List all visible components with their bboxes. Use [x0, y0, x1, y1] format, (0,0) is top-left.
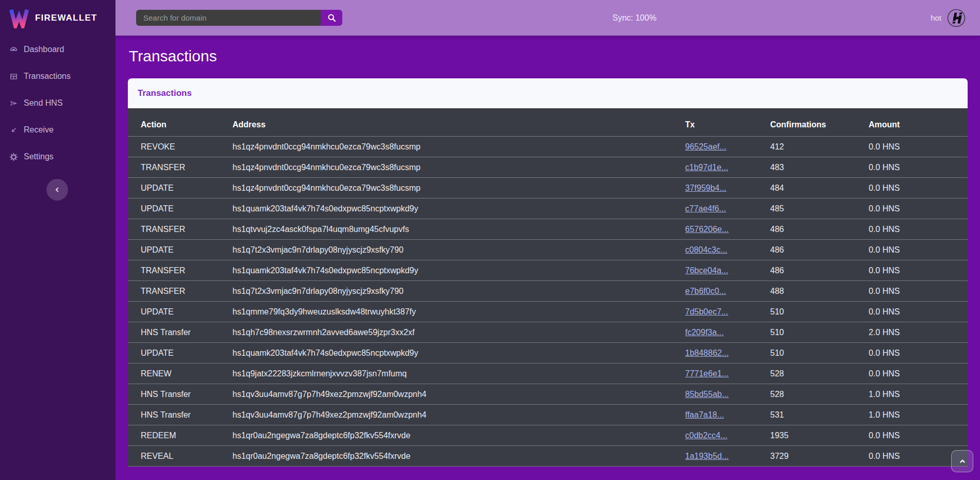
main-content: Transactions Transactions ActionAddressT… — [115, 36, 980, 467]
sidebar-item-transactions[interactable]: Transactions — [0, 63, 115, 90]
tx-address: hs1qr0au2ngegwa7za8gdeptc6fp32fkv554fxrv… — [232, 425, 685, 446]
card-header: Transactions — [128, 78, 968, 108]
tx-link[interactable]: 76bce04a... — [685, 266, 728, 275]
tx-amount: 0.0 HNS — [869, 281, 968, 302]
table-row: REVEAL hs1qr0au2ngegwa7za8gdeptc6fp32fkv… — [128, 446, 968, 467]
tx-link[interactable]: 37f959b4... — [685, 184, 726, 192]
transactions-card: Transactions ActionAddressTxConfirmation… — [128, 78, 968, 467]
tx-amount: 0.0 HNS — [869, 157, 968, 178]
sidebar-nav: Dashboard Transactions Send HNS Receive … — [0, 36, 115, 170]
tx-link[interactable]: 7d5b0ec7... — [685, 307, 728, 316]
tx-confirmations: 486 — [770, 219, 869, 240]
tx-action: TRANSFER — [128, 281, 232, 302]
tx-link[interactable]: fc209f3a... — [685, 328, 724, 337]
tx-link[interactable]: 85bd55ab... — [685, 390, 729, 399]
tx-confirmations: 510 — [770, 343, 869, 363]
dashboard-icon — [9, 45, 18, 54]
tx-amount: 0.0 HNS — [869, 260, 968, 281]
scroll-to-top-button[interactable] — [951, 450, 973, 472]
domain-search — [136, 10, 342, 26]
send-icon — [9, 99, 18, 108]
tx-confirmations: 486 — [770, 240, 869, 260]
tx-link[interactable]: 96525aef... — [685, 142, 726, 151]
tx-confirmations: 528 — [770, 363, 869, 384]
tx-confirmations: 486 — [770, 260, 869, 281]
search-button[interactable] — [321, 10, 342, 26]
tx-address: hs1qz4pnvdnt0ccg94nmkhcu0ezca79wc3s8fucs… — [232, 157, 685, 178]
tx-link[interactable]: e7b6f0c0... — [685, 287, 726, 295]
tx-link[interactable]: ffaa7a18... — [685, 410, 724, 419]
app-title: FIREWALLET — [35, 13, 97, 23]
table-row: HNS Transfer hs1qv3uu4amv87g7p7h49xez2pm… — [128, 384, 968, 405]
tx-amount: 0.0 HNS — [869, 198, 968, 219]
sidebar-item-dashboard[interactable]: Dashboard — [0, 36, 115, 63]
tx-address: hs1qtvvuj2zc4asck0fspa7l4uqm8umg45cfvupv… — [232, 219, 685, 240]
tx-link[interactable]: 7771e6e1... — [685, 369, 729, 378]
col-header-action: Action — [128, 108, 232, 137]
table-row: REVOKE hs1qz4pnvdnt0ccg94nmkhcu0ezca79wc… — [128, 137, 968, 157]
tx-action: UPDATE — [128, 343, 232, 363]
tx-confirmations: 412 — [770, 137, 869, 157]
tx-confirmations: 485 — [770, 198, 869, 219]
tx-address: hs1q7t2x3vmjac9n7drlapy08nyjyscjz9xsfky7… — [232, 240, 685, 260]
tx-amount: 2.0 HNS — [869, 322, 968, 343]
tx-confirmations: 528 — [770, 384, 869, 405]
tx-action: TRANSFER — [128, 260, 232, 281]
tx-action: HNS Transfer — [128, 322, 232, 343]
search-input[interactable] — [136, 10, 321, 26]
table-row: REDEEM hs1qr0au2ngegwa7za8gdeptc6fp32fkv… — [128, 425, 968, 446]
app-logo[interactable]: FIREWALLET — [0, 0, 115, 36]
tx-amount: 0.0 HNS — [869, 219, 968, 240]
tx-amount: 0.0 HNS — [869, 363, 968, 384]
tx-link[interactable]: c0db2cc4... — [685, 431, 727, 440]
table-row: HNS Transfer hs1qh7c98nexsrzwrmnh2avved6… — [128, 322, 968, 343]
tx-address: hs1qv3uu4amv87g7p7h49xez2pmzwjf92am0wzpn… — [232, 384, 685, 405]
table-row: HNS Transfer hs1qv3uu4amv87g7p7h49xez2pm… — [128, 405, 968, 425]
chevron-up-icon — [958, 457, 967, 466]
wallet-name-label: hot — [931, 13, 941, 22]
tx-address: hs1quamk203taf4vk7h74s0edxpwc85ncptxwpkd… — [232, 198, 685, 219]
tx-confirmations: 531 — [770, 405, 869, 425]
tx-confirmations: 510 — [770, 322, 869, 343]
handshake-logo-icon[interactable] — [946, 8, 967, 28]
table-row: TRANSFER hs1qtvvuj2zc4asck0fspa7l4uqm8um… — [128, 219, 968, 240]
tx-action: UPDATE — [128, 178, 232, 198]
tx-link[interactable]: c1b97d1e... — [685, 163, 728, 172]
tx-amount: 1.0 HNS — [869, 405, 968, 425]
tx-amount: 0.0 HNS — [869, 425, 968, 446]
tx-address: hs1qmme79fq3dy9hweuzuslksdw48trwuyhkt387… — [232, 302, 685, 322]
firewallet-logo-icon — [8, 8, 30, 28]
table-header-row: ActionAddressTxConfirmationsAmount — [128, 108, 968, 137]
sidebar-collapse-button[interactable] — [46, 179, 68, 201]
tx-link[interactable]: c77ae4f6... — [685, 204, 726, 213]
sidebar: FIREWALLET Dashboard Transactions Send H… — [0, 0, 115, 480]
transactions-table: ActionAddressTxConfirmationsAmount REVOK… — [128, 108, 968, 467]
tx-action: REVOKE — [128, 137, 232, 157]
table-row: TRANSFER hs1q7t2x3vmjac9n7drlapy08nyjysc… — [128, 281, 968, 302]
tx-amount: 1.0 HNS — [869, 384, 968, 405]
tx-address: hs1quamk203taf4vk7h74s0edxpwc85ncptxwpkd… — [232, 260, 685, 281]
search-icon — [327, 13, 337, 23]
col-header-address: Address — [232, 108, 685, 137]
tx-amount: 0.0 HNS — [869, 343, 968, 363]
tx-link[interactable]: c0804c3c... — [685, 245, 727, 254]
tx-link[interactable]: 1b848862... — [685, 349, 729, 357]
sidebar-item-settings[interactable]: Settings — [0, 143, 115, 170]
col-header-confirmations: Confirmations — [770, 108, 869, 137]
card-title: Transactions — [138, 88, 192, 98]
receive-icon — [9, 126, 18, 135]
table-row: UPDATE hs1quamk203taf4vk7h74s0edxpwc85nc… — [128, 343, 968, 363]
chevron-left-icon — [53, 186, 61, 194]
page-title: Transactions — [129, 46, 968, 67]
tx-amount: 0.0 HNS — [869, 240, 968, 260]
tx-amount: 0.0 HNS — [869, 302, 968, 322]
tx-action: TRANSFER — [128, 219, 232, 240]
tx-confirmations: 510 — [770, 302, 869, 322]
sidebar-item-send-hns[interactable]: Send HNS — [0, 90, 115, 117]
table-row: UPDATE hs1qmme79fq3dy9hweuzuslksdw48trwu… — [128, 302, 968, 322]
tx-link[interactable]: 6576206e... — [685, 225, 729, 234]
tx-action: RENEW — [128, 363, 232, 384]
tx-action: HNS Transfer — [128, 384, 232, 405]
sidebar-item-receive[interactable]: Receive — [0, 117, 115, 143]
tx-link[interactable]: 1a193b5d... — [685, 452, 729, 460]
